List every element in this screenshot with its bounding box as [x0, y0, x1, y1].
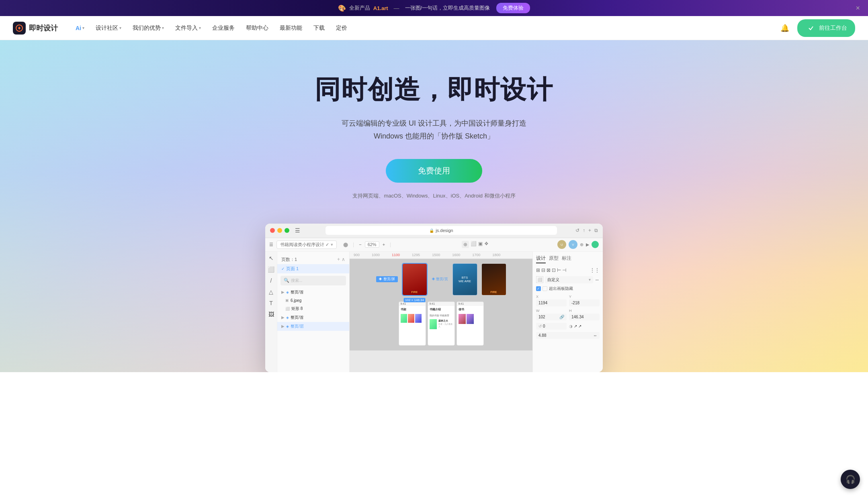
- layer-item-5[interactable]: ▶ ◈ 整页/层: [277, 322, 349, 331]
- canvas-area[interactable]: 900 1000 1100 1295 1500 1600 1700 1800 ◈…: [350, 252, 532, 372]
- left-icon-pen[interactable]: /: [270, 277, 272, 284]
- frame-type-selector[interactable]: 自定义 ▾: [545, 276, 593, 283]
- toolbar-group-tool[interactable]: ▣: [478, 241, 483, 248]
- add-page-icon[interactable]: +: [337, 257, 340, 262]
- titlebar-icon-3[interactable]: +: [588, 228, 591, 233]
- align-bottom-icon[interactable]: ⊣: [562, 267, 566, 273]
- traffic-light-yellow[interactable]: [277, 228, 282, 233]
- project-name-selector[interactable]: 书籍阅读类小程序设计 ✓ ▾: [276, 240, 337, 249]
- toolbar-component-tool[interactable]: ❖: [484, 241, 489, 248]
- mini-book-3: [415, 314, 422, 323]
- nav-item-pricing[interactable]: 定价: [331, 22, 352, 34]
- layers-search-box[interactable]: 🔍 搜索...: [280, 276, 346, 285]
- logo-area[interactable]: 即时设计: [13, 22, 58, 35]
- nav-item-download[interactable]: 下载: [309, 22, 330, 34]
- x-input[interactable]: 1194: [536, 299, 567, 306]
- book-cover-group: BTSWE ARE: [453, 264, 477, 295]
- clip-checkbox[interactable]: ✓: [536, 286, 541, 291]
- titlebar-icon-1[interactable]: ↺: [575, 228, 579, 233]
- left-icon-image[interactable]: 🖼: [268, 311, 274, 318]
- banner-close-button[interactable]: ×: [856, 4, 860, 12]
- nav-item-help[interactable]: 帮助中心: [241, 22, 273, 34]
- nav-item-community[interactable]: 设计社区 ▾: [91, 22, 126, 34]
- titlebar-icon-4[interactable]: ⧉: [594, 228, 598, 233]
- mobile-borrow-books: [457, 313, 483, 325]
- zoom-level[interactable]: 62%: [365, 241, 379, 248]
- layer-icon-2: ▣: [285, 298, 289, 302]
- top-banner: 🎨 全新产品 A1.art — 一张图/一句话，立即生成高质量图像 免费体验 ×: [0, 0, 868, 16]
- page-item-1[interactable]: ✓ 页面 1: [277, 264, 349, 273]
- collaborator-2-avatar: V: [569, 240, 577, 249]
- left-icon-shape[interactable]: △: [269, 289, 273, 295]
- toolbar-plus-icon[interactable]: +: [383, 242, 385, 247]
- search-placeholder: 搜索...: [291, 278, 302, 283]
- layer-item-1[interactable]: ▶ ◈ 整页/首: [277, 288, 349, 297]
- banner-cta-button[interactable]: 免费体验: [496, 3, 530, 13]
- goto-workspace-button[interactable]: 前往工作台: [797, 19, 855, 37]
- tab-prototype[interactable]: 原型: [549, 255, 559, 263]
- toolbar-menu-icon[interactable]: ☰: [269, 242, 273, 247]
- layer-item-3[interactable]: ⬜ 矩形 8: [277, 304, 349, 313]
- tab-annotation[interactable]: 标注: [562, 255, 571, 263]
- mini-book-1: [401, 314, 407, 323]
- nav-item-features[interactable]: 最新功能: [275, 22, 307, 34]
- toolbar-frame-tool[interactable]: ⬜: [471, 241, 477, 248]
- left-icon-frame[interactable]: ⬜: [268, 266, 274, 273]
- align-center-v-icon[interactable]: ⊢: [557, 267, 561, 273]
- mobile-screen-borrow: 9:41 借书: [457, 301, 484, 346]
- layer-link-icon-5: ◈: [286, 324, 289, 328]
- align-right-icon[interactable]: ⊠: [547, 267, 551, 273]
- nav-item-enterprise[interactable]: 企业服务: [207, 22, 240, 34]
- frame-resize-icon[interactable]: ↔: [595, 277, 600, 283]
- align-left-icon[interactable]: ⊞: [536, 267, 540, 273]
- layer-item-2[interactable]: ▣ 6.jpeg: [277, 297, 349, 304]
- project-name-label: 书籍阅读类小程序设计 ✓: [280, 242, 329, 248]
- tab-design[interactable]: 设计: [536, 255, 546, 263]
- nav-item-ai[interactable]: Ai ▾: [71, 22, 89, 34]
- h-input[interactable]: 146.34: [569, 314, 600, 320]
- titlebar-icon-2[interactable]: ↑: [583, 228, 585, 233]
- w-lock-icon[interactable]: 🔗: [559, 315, 564, 319]
- featured-book-1: [430, 319, 437, 329]
- mobile-screen-bookstore: 9:41 书籍介绍 我的书架 书籍推荐 森林之火 作者：九介斋居人: [428, 301, 455, 346]
- toolbar-share-icon[interactable]: ⊕: [580, 242, 583, 247]
- book-card-group[interactable]: BTSWE ARE: [453, 264, 477, 295]
- nav-item-import[interactable]: 文件导入 ▾: [170, 22, 206, 34]
- screenshot-titlebar: ☰ 🔒 js.design ↺ ↑ + ⧉: [265, 224, 603, 238]
- traffic-light-red[interactable]: [270, 228, 275, 233]
- h-label: H: [569, 309, 600, 313]
- toolbar-cursor-tool[interactable]: ⊕: [462, 241, 469, 248]
- mobile-time-1: 9:41: [401, 302, 406, 305]
- rotation-input[interactable]: ↺ 0: [536, 323, 567, 330]
- w-value: 102: [538, 315, 545, 319]
- book-card-dark[interactable]: FIRE: [482, 264, 506, 295]
- h-field: H 146.34: [569, 309, 600, 320]
- toolbar-theme-icon[interactable]: ⬤: [343, 242, 348, 247]
- w-input[interactable]: 102 🔗: [536, 314, 567, 320]
- distribute-icon[interactable]: ⋮⋮: [590, 267, 600, 273]
- align-center-h-icon[interactable]: ⊟: [541, 267, 545, 273]
- hero-cta-button[interactable]: 免费使用: [386, 159, 482, 183]
- layer-item-4[interactable]: ▶ ◈ 整页/首: [277, 313, 349, 322]
- mobile-statusbar-3: 9:41: [457, 302, 483, 306]
- prop-value-field[interactable]: 4.88 ↔: [536, 332, 600, 339]
- left-icon-select[interactable]: ↖: [269, 255, 274, 261]
- y-input[interactable]: -218: [569, 299, 600, 306]
- selected-book-card[interactable]: FIRE 102 × 146.34: [403, 264, 427, 295]
- expand-pages-icon[interactable]: ∧: [342, 257, 345, 262]
- clip-checkbox-2[interactable]: [542, 286, 547, 291]
- canvas-shelf-label-2: ◈ 整页/页: [432, 277, 448, 282]
- prop-expand-icon[interactable]: ↔: [593, 333, 597, 338]
- nav-item-advantages[interactable]: 我们的优势 ▾: [128, 22, 169, 34]
- layer-icon-3: ⬜: [285, 307, 290, 311]
- ruler-mark-5: 1500: [432, 253, 440, 257]
- toolbar-play-icon[interactable]: ▶: [586, 242, 589, 247]
- align-top-icon[interactable]: ⊡: [552, 267, 556, 273]
- notification-bell-icon[interactable]: 🔔: [779, 22, 791, 34]
- left-icon-text[interactable]: T: [269, 300, 273, 306]
- nav-ai-chevron: ▾: [82, 26, 84, 30]
- url-bar[interactable]: 🔒 js.design: [326, 226, 557, 235]
- toolbar-minus-icon[interactable]: −: [359, 242, 361, 247]
- traffic-light-green[interactable]: [285, 228, 289, 233]
- titlebar-sidebar-icon[interactable]: ☰: [295, 227, 300, 234]
